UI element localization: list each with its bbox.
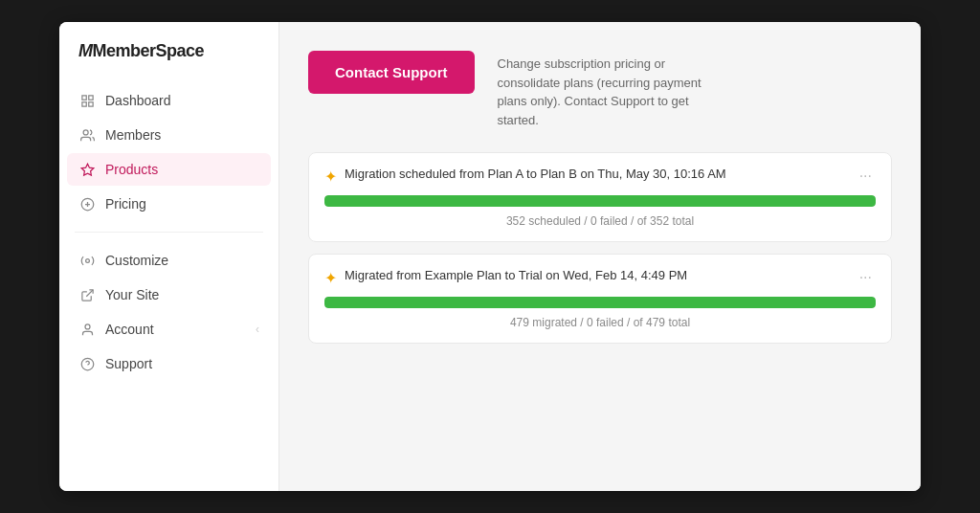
app-logo: MMemberSpace — [59, 41, 278, 84]
support-icon — [78, 355, 96, 372]
migration-card-2: ✦ Migrated from Example Plan to Trial on… — [308, 254, 892, 344]
migration-title-2: Migrated from Example Plan to Trial on W… — [345, 268, 848, 282]
sidebar-label-your-site: Your Site — [105, 287, 159, 302]
dashboard-icon — [78, 92, 96, 109]
sidebar-item-account[interactable]: Account ‹ — [67, 313, 271, 346]
svg-rect-0 — [81, 95, 85, 99]
contact-support-button[interactable]: Contact Support — [308, 51, 475, 94]
svg-rect-2 — [81, 101, 85, 105]
sidebar-item-pricing[interactable]: Pricing — [67, 188, 271, 220]
svg-line-10 — [86, 289, 93, 296]
sidebar-item-support[interactable]: Support — [67, 347, 271, 380]
sidebar-label-customize: Customize — [105, 253, 168, 268]
sidebar-item-customize[interactable]: Customize — [67, 244, 271, 277]
migration-stats-2: 479 migrated / 0 failed / of 479 total — [324, 316, 876, 329]
sidebar-item-members[interactable]: Members — [67, 119, 271, 151]
page-description: Change subscription pricing or consolida… — [498, 51, 708, 129]
sidebar-nav: Dashboard Members Products — [59, 84, 278, 380]
customize-icon — [78, 252, 96, 269]
sidebar-label-account: Account — [105, 322, 154, 337]
sidebar-label-pricing: Pricing — [105, 196, 146, 212]
app-window: MMemberSpace Dashboard Members — [59, 22, 921, 491]
migration-card-header-1: ✦ Migration scheduled from Plan A to Pla… — [324, 167, 876, 186]
sidebar-divider — [75, 232, 263, 233]
main-content: Contact Support Change subscription pric… — [279, 22, 921, 491]
svg-point-9 — [85, 258, 89, 262]
account-icon — [78, 321, 96, 338]
svg-point-4 — [83, 129, 88, 134]
svg-rect-3 — [88, 101, 92, 105]
progress-bar-container-2 — [324, 297, 876, 308]
sidebar-label-support: Support — [105, 356, 152, 371]
sidebar-collapse-icon[interactable]: ‹ — [256, 323, 259, 336]
members-icon — [78, 126, 96, 144]
svg-point-11 — [85, 323, 90, 328]
sidebar-item-products[interactable]: Products — [67, 153, 271, 186]
migration-menu-button-2[interactable]: ··· — [856, 268, 876, 287]
sidebar-label-members: Members — [105, 127, 161, 143]
migration-card-header-2: ✦ Migrated from Example Plan to Trial on… — [324, 268, 876, 287]
sidebar-label-products: Products — [105, 162, 158, 177]
progress-bar-fill-2 — [324, 297, 876, 308]
sidebar-item-dashboard[interactable]: Dashboard — [67, 84, 271, 117]
migration-menu-button-1[interactable]: ··· — [856, 167, 876, 186]
migration-card-1: ✦ Migration scheduled from Plan A to Pla… — [308, 152, 892, 242]
products-icon — [78, 161, 96, 178]
sidebar-item-your-site[interactable]: Your Site — [67, 279, 271, 311]
migration-title-1: Migration scheduled from Plan A to Plan … — [345, 167, 848, 181]
sidebar-label-dashboard: Dashboard — [105, 93, 171, 108]
sidebar: MMemberSpace Dashboard Members — [59, 22, 279, 491]
pricing-icon — [78, 195, 96, 212]
migrations-list: ✦ Migration scheduled from Plan A to Pla… — [308, 152, 892, 344]
migration-stats-1: 352 scheduled / 0 failed / of 352 total — [324, 214, 876, 228]
your-site-icon — [78, 286, 96, 303]
svg-marker-5 — [81, 164, 94, 175]
progress-bar-fill-1 — [324, 195, 876, 207]
sparkle-icon-1: ✦ — [324, 167, 337, 186]
sparkle-icon-2: ✦ — [324, 269, 337, 287]
svg-rect-1 — [88, 95, 92, 99]
progress-bar-container-1 — [324, 195, 876, 207]
page-header: Contact Support Change subscription pric… — [308, 51, 892, 129]
